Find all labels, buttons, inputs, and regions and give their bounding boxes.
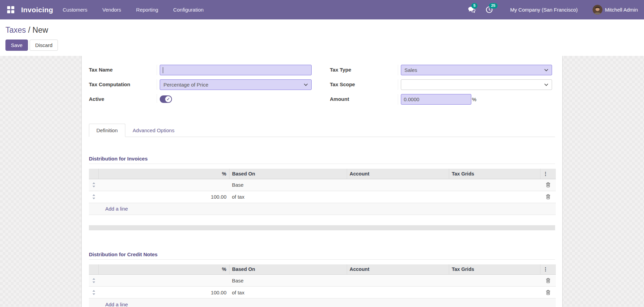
percent-cell[interactable]: 100.00 xyxy=(98,287,229,298)
delete-row-icon[interactable] xyxy=(540,287,556,298)
add-a-line-link: Add a line xyxy=(89,298,556,307)
control-panel: Taxes / New Save Discard xyxy=(0,19,644,56)
account-cell[interactable] xyxy=(347,275,449,287)
top-navbar: Invoicing Customers Vendors Reporting Co… xyxy=(0,0,644,19)
messages-badge: 5 xyxy=(471,3,477,9)
credit-notes-distribution-title: Distribution for Credit Notes xyxy=(89,251,555,260)
tax-grids-cell[interactable] xyxy=(449,191,540,203)
add-a-line-row[interactable]: Add a line xyxy=(89,298,556,307)
menu-configuration[interactable]: Configuration xyxy=(173,5,204,15)
account-column-header[interactable]: Account xyxy=(347,169,449,179)
invoices-distribution-title: Distribution for Invoices xyxy=(89,156,555,164)
form-right-column: Tax Type Sales Tax Scope xyxy=(330,65,555,109)
account-cell[interactable] xyxy=(347,287,449,298)
amount-label: Amount xyxy=(330,94,398,102)
text-cursor xyxy=(163,67,163,73)
account-cell[interactable] xyxy=(347,191,449,203)
table-row[interactable]: 100.00 of tax xyxy=(89,191,556,203)
tax-computation-label: Tax Computation xyxy=(89,79,157,87)
notebook-tabs: Definition Advanced Options xyxy=(89,124,555,137)
drag-handle-icon[interactable] xyxy=(89,287,98,298)
tax-grids-cell[interactable] xyxy=(449,275,540,287)
group-separator xyxy=(89,225,555,230)
handle-column-header xyxy=(89,264,98,275)
user-menu[interactable]: Mitchell Admin xyxy=(593,5,638,15)
menu-customers[interactable]: Customers xyxy=(62,5,88,15)
account-cell[interactable] xyxy=(347,179,449,191)
field-row-tax-type: Tax Type Sales xyxy=(330,65,555,75)
optional-columns-icon[interactable]: ⋮ xyxy=(540,169,556,179)
table-row[interactable]: Base xyxy=(89,275,556,287)
discard-button[interactable]: Discard xyxy=(30,40,58,51)
tax-grids-cell[interactable] xyxy=(449,179,540,191)
form-left-column: Tax Name Tax Computation Percentage of P… xyxy=(89,65,314,109)
active-toggle[interactable]: ✓ xyxy=(160,95,172,103)
form-action-buttons: Save Discard xyxy=(5,40,639,51)
based-on-cell[interactable]: of tax xyxy=(229,191,347,203)
field-row-active: Active ✓ xyxy=(89,94,314,105)
tax-computation-select[interactable]: Percentage of Price xyxy=(160,79,312,90)
tax-type-select[interactable]: Sales xyxy=(401,65,552,75)
table-row[interactable]: 100.00 of tax xyxy=(89,287,556,298)
breadcrumb: Taxes / New xyxy=(5,25,639,35)
messages-button[interactable]: 5 xyxy=(467,5,477,15)
app-title[interactable]: Invoicing xyxy=(21,6,53,14)
amount-suffix: % xyxy=(472,96,476,102)
chevron-down-icon xyxy=(304,83,308,86)
based-on-cell[interactable]: Base xyxy=(229,179,347,191)
breadcrumb-taxes-link[interactable]: Taxes xyxy=(5,26,26,34)
active-label: Active xyxy=(89,94,157,102)
based-on-column-header[interactable]: Based On xyxy=(229,264,347,275)
delete-row-icon[interactable] xyxy=(540,275,556,287)
percent-cell[interactable] xyxy=(98,179,229,191)
company-switcher[interactable]: My Company (San Francisco) xyxy=(510,7,578,13)
user-name: Mitchell Admin xyxy=(605,7,638,13)
tab-advanced-options[interactable]: Advanced Options xyxy=(125,124,182,137)
drag-handle-icon[interactable] xyxy=(89,179,98,191)
add-a-line-row[interactable]: Add a line xyxy=(89,203,556,215)
drag-handle-icon[interactable] xyxy=(89,275,98,287)
delete-row-icon[interactable] xyxy=(540,179,556,191)
tab-definition[interactable]: Definition xyxy=(89,124,125,137)
percent-cell[interactable]: 100.00 xyxy=(98,191,229,203)
based-on-column-header[interactable]: Based On xyxy=(229,169,347,179)
percent-column-header[interactable]: % xyxy=(98,169,229,179)
tax-scope-select[interactable] xyxy=(401,79,552,90)
user-avatar xyxy=(593,5,602,15)
tax-name-input[interactable] xyxy=(160,65,312,75)
drag-handle-icon[interactable] xyxy=(89,191,98,203)
save-button[interactable]: Save xyxy=(5,40,28,51)
delete-row-icon[interactable] xyxy=(540,191,556,203)
field-row-tax-name: Tax Name xyxy=(89,65,314,75)
tax-type-label: Tax Type xyxy=(330,65,398,73)
account-column-header[interactable]: Account xyxy=(347,264,449,275)
navbar-right: 5 25 My Company (San Francisco) Mi xyxy=(467,5,638,15)
based-on-cell[interactable]: of tax xyxy=(229,287,347,298)
menu-reporting[interactable]: Reporting xyxy=(136,5,159,15)
percent-column-header[interactable]: % xyxy=(98,264,229,275)
percent-cell[interactable] xyxy=(98,275,229,287)
menu-vendors[interactable]: Vendors xyxy=(102,5,122,15)
activities-badge: 25 xyxy=(489,3,498,9)
main-menu: Customers Vendors Reporting Configuratio… xyxy=(62,5,204,15)
handle-column-header xyxy=(89,169,98,179)
add-a-line-link: Add a line xyxy=(89,203,556,215)
table-row[interactable]: Base xyxy=(89,179,556,191)
breadcrumb-separator: / xyxy=(28,26,32,34)
amount-input[interactable]: 0.0000 xyxy=(401,94,471,105)
toggle-check-icon: ✓ xyxy=(165,96,171,102)
tax-scope-label: Tax Scope xyxy=(330,79,398,87)
apps-menu-icon[interactable] xyxy=(5,4,16,16)
table-header-row: % Based On Account Tax Grids ⋮ xyxy=(89,169,556,179)
optional-columns-icon[interactable]: ⋮ xyxy=(540,264,556,275)
tax-grids-column-header[interactable]: Tax Grids xyxy=(449,264,540,275)
chevron-down-icon xyxy=(544,83,548,86)
tax-grids-column-header[interactable]: Tax Grids xyxy=(449,169,540,179)
field-row-tax-computation: Tax Computation Percentage of Price xyxy=(89,79,314,90)
tax-grids-cell[interactable] xyxy=(449,287,540,298)
based-on-cell[interactable]: Base xyxy=(229,275,347,287)
chevron-down-icon xyxy=(544,69,548,72)
field-row-amount: Amount 0.0000 % xyxy=(330,94,555,105)
breadcrumb-current: New xyxy=(32,26,48,34)
activities-button[interactable]: 25 xyxy=(484,5,494,15)
